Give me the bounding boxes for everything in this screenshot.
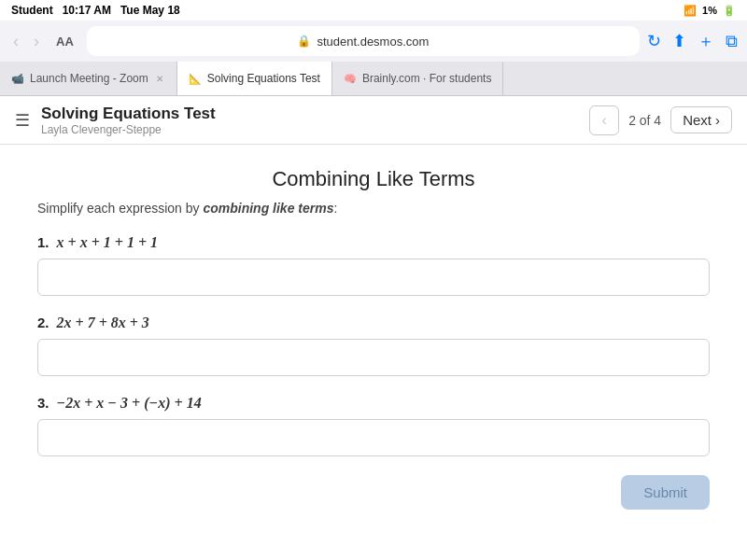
question-1-block: 1. x + x + 1 + 1 + 1 [37,234,710,296]
brainly-tab-label: Brainly.com · For students [362,72,492,85]
question-2-number: 2. [37,315,49,330]
app-header: ☰ Solving Equations Test Layla Clevenger… [0,96,747,145]
question-3-expression: −2x + x − 3 + (−x) + 14 [57,395,202,412]
answer-input-3[interactable] [37,419,710,456]
question-1-number: 1. [37,234,49,250]
instructions-bold: combining like terms [203,201,333,216]
question-1-label: 1. x + x + 1 + 1 + 1 [37,234,710,251]
page-info: 2 of 4 [623,113,667,128]
app-title-group: Solving Equations Test Layla Clevenger-S… [41,105,216,136]
new-tab-button[interactable]: ＋ [698,30,714,52]
question-3-number: 3. [37,395,49,411]
forward-button[interactable]: › [30,30,43,53]
address-bar[interactable]: 🔒 student.desmos.com [87,26,640,56]
submit-row: Submit [37,475,710,510]
submit-button[interactable]: Submit [621,475,710,510]
next-chevron-icon: › [715,112,720,128]
question-3-label: 3. −2x + x − 3 + (−x) + 14 [37,395,710,412]
main-content: Combining Like Terms Simplify each expre… [0,145,747,532]
hamburger-button[interactable]: ☰ [15,110,30,131]
answer-input-1[interactable] [37,259,710,296]
battery-icon: 🔋 [723,5,736,17]
tabs-bar: 📹 Launch Meeting - Zoom ✕ 📐 Solving Equa… [0,62,747,95]
tab-brainly[interactable]: 🧠 Brainly.com · For students [332,62,504,95]
app-subtitle: Layla Clevenger-Steppe [41,123,216,136]
prev-page-button[interactable]: ‹ [589,105,619,135]
pagination: ‹ 2 of 4 Next › [589,105,732,135]
time-display: 10:17 AM [63,4,111,17]
wifi-icon: 📶 [684,5,697,17]
lock-icon: 🔒 [297,35,311,48]
zoom-tab-close[interactable]: ✕ [154,74,165,84]
address-text: student.desmos.com [317,35,429,49]
tabs-button[interactable]: ⧉ [726,32,738,51]
question-2-expression: 2x + 7 + 8x + 3 [57,315,149,331]
question-2-label: 2. 2x + 7 + 8x + 3 [37,315,710,331]
section-title: Combining Like Terms [37,167,710,191]
app-title: Solving Equations Test [41,105,216,123]
date-display: Tue May 18 [120,4,180,17]
browser-chrome: ‹ › AA 🔒 student.desmos.com ↻ ⬆ ＋ ⧉ 📹 La… [0,21,747,96]
reader-button[interactable]: AA [50,33,79,50]
back-button[interactable]: ‹ [9,30,22,53]
question-3-block: 3. −2x + x − 3 + (−x) + 14 [37,395,710,456]
instructions-prefix: Simplify each expression by [37,201,203,216]
next-label: Next [683,112,712,128]
browser-toolbar: ‹ › AA 🔒 student.desmos.com ↻ ⬆ ＋ ⧉ [0,21,747,62]
app-name-status: Student [11,4,53,17]
instructions: Simplify each expression by combining li… [37,201,710,216]
reload-button[interactable]: ↻ [647,31,661,51]
zoom-tab-label: Launch Meeting - Zoom [30,72,148,85]
share-button[interactable]: ⬆ [672,31,686,51]
app-header-left: ☰ Solving Equations Test Layla Clevenger… [15,105,216,136]
status-bar: Student 10:17 AM Tue May 18 📶 1% 🔋 [0,0,747,21]
tab-zoom[interactable]: 📹 Launch Meeting - Zoom ✕ [0,62,177,95]
zoom-tab-icon: 📹 [11,73,24,85]
question-1-expression: x + x + 1 + 1 + 1 [57,234,158,251]
toolbar-actions: ↻ ⬆ ＋ ⧉ [647,30,738,52]
instructions-suffix: : [333,201,337,216]
brainly-tab-icon: 🧠 [344,73,357,85]
question-2-block: 2. 2x + 7 + 8x + 3 [37,315,710,376]
answer-input-2[interactable] [37,339,710,376]
desmos-tab-icon: 📐 [189,73,202,85]
battery-display: 1% [702,5,717,16]
next-page-button[interactable]: Next › [670,106,732,133]
tab-desmos[interactable]: 📐 Solving Equations Test [177,62,332,95]
desmos-tab-label: Solving Equations Test [207,72,320,85]
